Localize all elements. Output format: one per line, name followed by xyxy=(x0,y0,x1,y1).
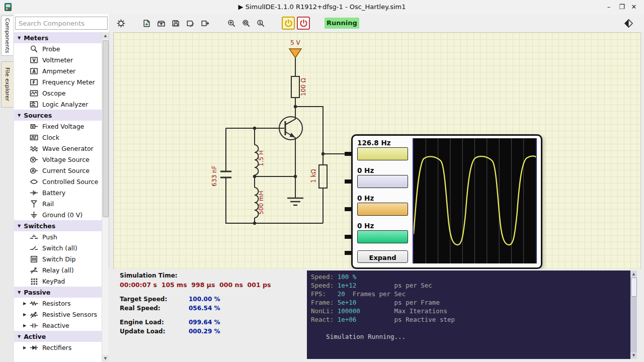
circuit-canvas[interactable]: 5 V 100 Ω 633 nF 1.5 H 500 mH 1 kΩ 126.8… xyxy=(113,32,641,269)
component-fixed-voltage[interactable]: VFixed Voltage xyxy=(14,121,102,132)
message-console[interactable]: Speed: 100 %Speed: 1e+12 ps per SecFPS: … xyxy=(307,270,637,359)
oscope-pins[interactable] xyxy=(345,152,352,255)
new-circuit-button[interactable] xyxy=(140,17,153,30)
section-switches[interactable]: ▼Switches xyxy=(14,220,102,231)
label-l1-value: 1.5 H xyxy=(258,150,265,166)
controlled-source-icon xyxy=(28,177,40,187)
resistors-icon xyxy=(28,299,40,308)
save-circuit-button[interactable] xyxy=(169,17,182,30)
section-sources[interactable]: ▼Sources xyxy=(14,110,102,121)
export-circuit-button[interactable] xyxy=(198,17,211,30)
expand-icon: ▶ xyxy=(22,312,28,317)
section-active[interactable]: ▼Active xyxy=(14,331,102,342)
expand-button[interactable]: Expand xyxy=(357,250,408,263)
svg-text:F: F xyxy=(32,79,35,84)
component-wave-generator[interactable]: Wave Generator xyxy=(14,143,102,154)
component-reactive[interactable]: ▶Reactive xyxy=(14,320,102,331)
scroll-up-icon[interactable]: ▲ xyxy=(630,270,637,278)
export-circuit-icon xyxy=(200,19,210,28)
section-meters[interactable]: ▼Meters xyxy=(14,32,102,43)
bottom-panel: Simulation Time: 00:00:07 s 105 ms 998 µ… xyxy=(109,269,644,362)
scroll-thumb[interactable] xyxy=(103,40,109,217)
component-relay-all[interactable]: Relay (all) xyxy=(14,264,102,276)
collapse-icon: ▼ xyxy=(18,334,21,339)
search-input[interactable] xyxy=(15,17,108,30)
stat-label: Engine Load: xyxy=(120,319,189,326)
tab-file-explorer[interactable]: File explorer xyxy=(1,61,13,108)
component-label: Rail xyxy=(42,200,54,208)
zoom-fit-button[interactable] xyxy=(239,17,253,30)
stat-row: Real Speed:056.54 % xyxy=(120,305,227,312)
stop-button[interactable] xyxy=(297,17,310,30)
console-line: Frame: 5e+10 ps per Frame xyxy=(311,298,629,307)
channel-button[interactable] xyxy=(357,147,408,160)
component-logic-analyzer[interactable]: Logic Analyzer xyxy=(14,99,102,110)
oscope-channel-4: 0 Hz xyxy=(357,220,408,248)
oscope-channel-2: 0 Hz xyxy=(357,165,408,193)
component-probe[interactable]: Probe xyxy=(14,43,102,54)
component-resistors[interactable]: ▶Resistors xyxy=(14,298,102,309)
tab-components[interactable]: Components xyxy=(1,16,13,56)
component-label: Logic Analyzer xyxy=(42,101,88,108)
scroll-down-icon[interactable]: ▼ xyxy=(630,352,637,359)
maximize-button[interactable]: ❐ xyxy=(616,0,628,14)
component-switch-dip[interactable]: Switch Dip xyxy=(14,253,102,264)
svg-text:V: V xyxy=(31,124,34,129)
component-ampmeter[interactable]: AAmpmeter xyxy=(14,65,102,76)
ground-symbol[interactable] xyxy=(287,198,303,205)
new-circuit-icon xyxy=(142,19,151,28)
battery-icon xyxy=(28,188,40,198)
component-voltmeter[interactable]: VVoltmeter xyxy=(14,54,102,65)
sidebar-scrollbar[interactable]: ▲ ▼ xyxy=(102,32,109,362)
scroll-thumb[interactable] xyxy=(631,278,637,297)
component-voltage-source[interactable]: VVoltage Source xyxy=(14,154,102,165)
open-circuit-button[interactable] xyxy=(154,17,168,30)
component-tree: ▼MetersProbeVVoltmeterAAmpmeterFFrequenc… xyxy=(14,32,102,362)
component-clock[interactable]: Clock xyxy=(14,132,102,143)
section-passive[interactable]: ▼Passive xyxy=(14,287,102,298)
simulide-window: ▶ SimulIDE-1.1.0 R1912+dfsg-1 - Osc_Hart… xyxy=(0,0,644,362)
component-rectifiers[interactable]: ▶Rectifiers xyxy=(14,342,102,353)
component-label: Reactive xyxy=(42,322,69,329)
channel-button[interactable] xyxy=(357,203,408,216)
close-button[interactable]: ✕ xyxy=(628,0,640,14)
component-oscope[interactable]: Oscope xyxy=(14,87,102,99)
component-label: Switch Dip xyxy=(42,255,75,263)
console-scrollbar[interactable]: ▲ ▼ xyxy=(630,270,637,359)
expand-icon: ▶ xyxy=(22,301,28,306)
channel-button[interactable] xyxy=(357,230,408,243)
minimize-button[interactable]: – xyxy=(603,0,615,14)
window-title: ▶ SimulIDE-1.1.0 R1912+dfsg-1 - Osc_Hart… xyxy=(0,0,644,14)
component-ground-0-v[interactable]: Ground (0 V) xyxy=(14,209,102,220)
scroll-down-icon[interactable]: ▼ xyxy=(102,355,109,362)
channel-button[interactable] xyxy=(357,175,408,188)
theme-contrast-button[interactable] xyxy=(622,17,635,30)
console-line: Speed: 100 % xyxy=(311,273,629,281)
oscilloscope-panel[interactable]: 126.8 Hz0 Hz0 Hz0 Hz Expand xyxy=(351,134,542,269)
wires[interactable] xyxy=(226,58,346,223)
capacitor-c1[interactable] xyxy=(220,171,231,177)
power-button[interactable] xyxy=(282,17,295,30)
resistor-r2[interactable] xyxy=(319,165,327,188)
gear-button[interactable] xyxy=(114,17,127,30)
component-label: Ground (0 V) xyxy=(42,211,83,219)
save-as-circuit-button[interactable] xyxy=(184,17,197,30)
component-controlled-source[interactable]: Controlled Source xyxy=(14,176,102,187)
scroll-up-icon[interactable]: ▲ xyxy=(102,32,109,39)
resistive-sensors-icon xyxy=(28,310,40,319)
zoom-in-button[interactable] xyxy=(225,17,238,30)
component-resistive-sensors[interactable]: ▶Resistive Sensors xyxy=(14,309,102,320)
component-frequency-meter[interactable]: FFrequency Meter xyxy=(14,76,102,87)
component-rail[interactable]: Rail xyxy=(14,198,102,209)
rail-icon xyxy=(28,199,40,209)
component-switch-all[interactable]: Switch (all) xyxy=(14,242,102,253)
section-label: Sources xyxy=(24,112,52,119)
transistor-q1[interactable] xyxy=(279,117,302,151)
resistor-r1[interactable] xyxy=(291,76,299,98)
component-push[interactable]: Push xyxy=(14,231,102,242)
component-keypad[interactable]: KeyPad xyxy=(14,276,102,287)
zoom-one-button[interactable]: 1 xyxy=(254,17,267,30)
voltage-rail[interactable] xyxy=(289,49,301,58)
component-current-source[interactable]: ACurrent Source xyxy=(14,165,102,176)
component-battery[interactable]: Battery xyxy=(14,187,102,198)
